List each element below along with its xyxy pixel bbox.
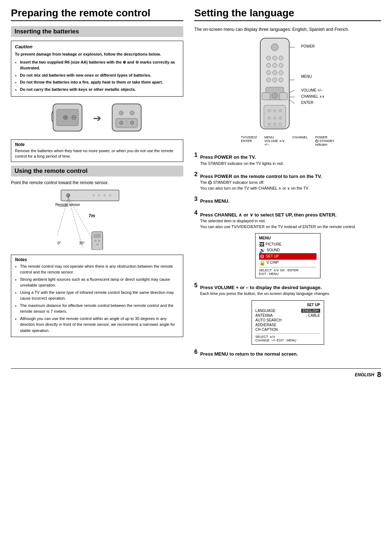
menu-item-vchip: 🔒 V CHIP — [259, 260, 317, 266]
svg-point-55 — [278, 116, 282, 120]
step-4: 4 Press CHANNEL ∧ or ∨ to select SET UP,… — [194, 208, 381, 230]
note-text: Remove the batteries when they have no m… — [15, 148, 179, 159]
arrow-diagram: ➔ — [93, 112, 101, 124]
note-item: Although you can use the remote control … — [20, 316, 179, 334]
caution-list: Insert the two supplied R6 (size AA) bat… — [15, 59, 179, 93]
menu-footer: SELECT: ∧/∨ OK : ENTER EXIT : MENU — [259, 267, 317, 276]
battery-closed-svg — [107, 102, 147, 133]
left-title: Preparing the remote control — [11, 7, 183, 21]
step-1-desc: The STANDBY indicator on the TV lights i… — [194, 161, 381, 166]
svg-point-43 — [273, 78, 277, 82]
sensor-svg: 7m 30° 30° — [57, 188, 137, 250]
tv-label-group3: CHANNEL — [292, 135, 308, 146]
svg-point-58 — [278, 122, 282, 126]
svg-point-40 — [273, 70, 277, 75]
note-item: The maximum distance for effective remot… — [20, 303, 179, 315]
setup-row-antenna: ANTENNA : CABLE — [256, 313, 320, 318]
svg-point-8 — [119, 121, 123, 125]
svg-point-38 — [279, 63, 283, 68]
svg-point-39 — [266, 70, 271, 75]
svg-rect-27 — [94, 234, 101, 238]
remote-diagram-container: POWER MENU VOLUME +/– CHANNEL ∧∨ ENTER — [194, 36, 381, 132]
remote-header: Using the remote control — [11, 166, 183, 177]
svg-point-56 — [268, 122, 271, 126]
step-1-title: Press POWER on the TV. — [200, 154, 256, 160]
step-6: 6 Press MENU to return to the normal scr… — [194, 348, 381, 358]
page-number: 8 — [377, 370, 381, 379]
step-6-title: Press MENU to return to the normal scree… — [200, 351, 298, 357]
svg-rect-7 — [116, 118, 138, 127]
step-5: 5 Press VOLUME + or – to display the des… — [194, 281, 381, 297]
caution-item: Do not throw the batteries into a fire, … — [20, 79, 179, 85]
tv-bottom-labels: TV/VIDEO/ ENTER MENU VOLUME ∧/∨ +/– CHAN… — [194, 135, 381, 146]
note-title: Note — [15, 142, 179, 147]
svg-point-30 — [96, 243, 98, 246]
right-intro: The on-screen menu can display three lan… — [194, 26, 381, 33]
notes-content: The remote control may not operate when … — [15, 263, 179, 334]
step-5-title: Press VOLUME + or – to display the desir… — [200, 285, 322, 290]
svg-point-14 — [93, 194, 95, 197]
note-item: Strong ambient light sources such as a f… — [20, 276, 179, 288]
setup-screen: SET UP LANGUAGE ENGLISH ANTENNA : CABLE … — [252, 300, 324, 345]
svg-point-34 — [273, 56, 277, 60]
svg-point-35 — [279, 56, 283, 60]
setup-row-language: LANGUAGE ENGLISH — [256, 308, 320, 313]
battery-open-svg: ⊕ ⊖ — [48, 102, 87, 133]
svg-point-37 — [273, 63, 277, 68]
svg-point-54 — [273, 116, 277, 120]
caution-item: Do not carry the batteries with keys or … — [20, 86, 179, 93]
step-5-number: 5 — [194, 282, 197, 288]
step-6-number: 6 — [194, 349, 197, 355]
battery-remote-closed — [107, 102, 147, 134]
svg-rect-47 — [279, 93, 287, 100]
tv-label-group4: POWER ⏻ STANDBY indicator — [315, 135, 334, 146]
channel-label: CHANNEL ∧∨ — [301, 94, 324, 98]
svg-rect-46 — [262, 93, 270, 100]
svg-point-36 — [266, 63, 271, 68]
setup-row-autosearch: AUTO SEARCH — [256, 318, 320, 323]
left-column: Preparing the remote control Inserting t… — [11, 7, 183, 361]
volume-label: VOLUME +/– — [301, 88, 324, 92]
tv-label-group1: TV/VIDEO/ ENTER — [241, 135, 257, 146]
svg-point-53 — [268, 116, 271, 120]
caution-content: To prevent damage from leakage or explos… — [15, 51, 179, 92]
step-2: 2 Press POWER on the remote control to t… — [194, 170, 381, 191]
battery-remote-open: ⊕ ⊖ — [48, 102, 87, 134]
caution-item: Insert the two supplied R6 (size AA) bat… — [20, 59, 179, 71]
menu-title: MENU — [259, 236, 317, 240]
svg-text:30°: 30° — [57, 241, 61, 245]
svg-point-52 — [278, 109, 282, 113]
svg-point-5 — [119, 111, 123, 115]
right-column: Setting the language The on-screen menu … — [194, 7, 381, 361]
note-box: Note Remove the batteries when they have… — [11, 139, 183, 162]
setup-row-adderase: ADD/ERASE — [256, 323, 320, 327]
menu-label: MENU — [301, 74, 324, 78]
power-label: POWER — [301, 44, 324, 48]
setup-title: SET UP — [256, 303, 320, 307]
note-item: The remote control may not operate when … — [20, 263, 179, 275]
remote-svg — [251, 36, 298, 131]
page-footer: ENGLISH 8 — [11, 368, 381, 379]
footer-lang: ENGLISH — [355, 372, 374, 377]
menu-screen: MENU 🖼 PICTURE 🔊 SOUND ⚙ SET UP 🔒 V CHIP… — [255, 233, 320, 278]
svg-point-50 — [268, 109, 271, 113]
svg-point-41 — [279, 70, 283, 75]
notes-box: Notes The remote control may not operate… — [11, 255, 183, 337]
svg-text:30°: 30° — [79, 241, 85, 245]
step-3: 3 Press MENU. — [194, 195, 381, 205]
step-2-number: 2 — [194, 171, 197, 177]
svg-point-16 — [103, 194, 106, 197]
svg-point-17 — [109, 194, 111, 197]
step-3-title: Press MENU. — [200, 198, 229, 204]
page-layout: Preparing the remote control Inserting t… — [11, 7, 381, 361]
remote-sensor-label: Remote sensor — [56, 203, 80, 207]
remote-right-labels: POWER MENU VOLUME +/– CHANNEL ∧∨ ENTER — [301, 36, 324, 105]
right-title: Setting the language — [194, 7, 381, 21]
setup-row-chcaption: CH CAPTION — [256, 327, 320, 332]
svg-point-29 — [98, 240, 100, 242]
svg-text:⊕: ⊕ — [63, 114, 68, 121]
tv-label-group2: MENU VOLUME ∧/∨ +/– — [264, 135, 285, 146]
svg-text:⊖: ⊖ — [71, 114, 77, 121]
remote-intro: Point the remote control toward the remo… — [11, 180, 183, 185]
step-3-number: 3 — [194, 196, 197, 202]
